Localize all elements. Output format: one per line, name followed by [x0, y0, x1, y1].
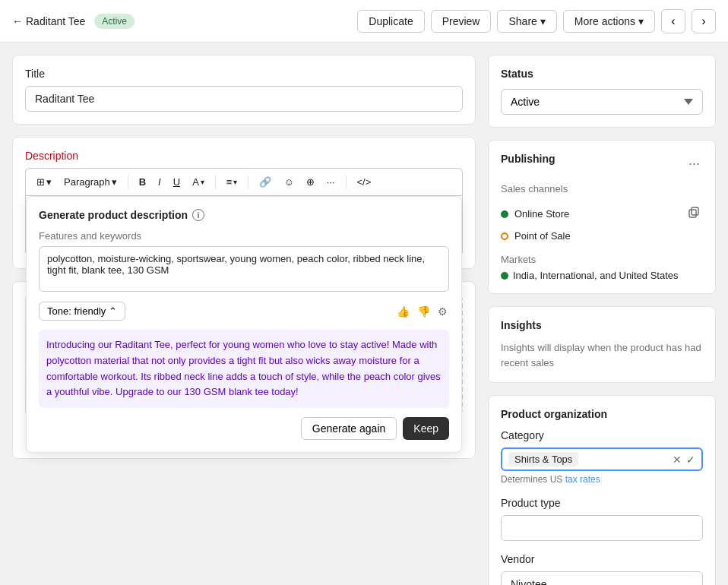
link-button[interactable]: 🔗 — [255, 173, 276, 191]
more-actions-label: More actions — [574, 15, 635, 27]
italic-button[interactable]: I — [154, 173, 166, 191]
share-button[interactable]: Share ▾ — [497, 10, 556, 33]
generate-popup: Generate product description i Features … — [26, 196, 462, 453]
markets-label: Markets — [501, 254, 703, 265]
back-button[interactable]: ← Raditant Tee — [12, 15, 85, 27]
tone-row: Tone: friendly ⌃ 👍 👎 ⚙ — [39, 302, 449, 321]
publishing-title: Publishing — [501, 153, 555, 165]
code-button[interactable]: </> — [353, 173, 376, 191]
status-badge: Active — [94, 14, 135, 29]
description-toolbar: ⊞ ▾ Paragraph ▾ B I U A▾ ≡▾ 🔗 ☺ ⊕ ··· — [25, 168, 463, 195]
keep-button[interactable]: Keep — [403, 417, 449, 440]
product-org-card: Product organization Category Shirts & T… — [488, 395, 716, 585]
page-title: Raditant Tee — [26, 15, 85, 27]
online-store-dot — [501, 210, 508, 218]
features-textarea[interactable]: polycotton, moisture-wicking, sportswear… — [39, 246, 449, 292]
markets-dot — [501, 272, 508, 280]
category-tag: Shirts & Tops — [508, 452, 578, 466]
insights-title: Insights — [501, 319, 703, 331]
text-color-button[interactable]: A▾ — [188, 173, 209, 191]
pos-label: Point of Sale — [514, 230, 571, 242]
confirm-category-button[interactable]: ✓ — [686, 454, 695, 466]
category-tag-value: Shirts & Tops — [514, 454, 572, 465]
description-label: Description — [25, 150, 463, 162]
channel-pos: Point of Sale — [501, 227, 703, 245]
thumbs-down-icon[interactable]: 👎 — [416, 304, 432, 319]
insights-description: Insights will display when the product h… — [501, 340, 703, 370]
tax-note: Determines US tax rates — [501, 474, 703, 485]
format-dropdown[interactable]: ⊞ ▾ — [32, 173, 56, 191]
features-label: Features and keywords — [39, 230, 449, 242]
prev-button[interactable]: ‹ — [661, 9, 685, 33]
share-label: Share — [508, 15, 537, 27]
paragraph-dropdown[interactable]: Paragraph ▾ — [59, 173, 122, 191]
title-input[interactable] — [25, 86, 463, 112]
markets-text: India, International, and United States — [513, 270, 679, 281]
info-icon[interactable]: i — [192, 209, 204, 221]
product-type-input[interactable] — [501, 515, 703, 541]
more-toolbar-button[interactable]: ··· — [322, 173, 340, 191]
chevron-down-icon: ▾ — [46, 176, 52, 188]
publishing-card: Publishing ··· Sales channels Online Sto… — [488, 140, 716, 294]
back-arrow-icon: ← — [12, 15, 23, 27]
publishing-more-button[interactable]: ··· — [685, 156, 703, 172]
generate-popup-title: Generate product description i — [39, 209, 449, 221]
publishing-title-row: Publishing ··· — [501, 153, 703, 174]
insights-card: Insights Insights will display when the … — [488, 306, 716, 383]
online-store-label: Online Store — [514, 208, 569, 220]
underline-button[interactable]: U — [169, 173, 185, 191]
paragraph-label: Paragraph — [64, 176, 110, 188]
sales-channels-label: Sales channels — [501, 183, 703, 194]
chevron-down-icon: ▾ — [540, 15, 546, 27]
title-label: Title — [25, 68, 463, 80]
product-type-label: Product type — [501, 497, 703, 509]
pos-dot — [501, 232, 508, 240]
alignment-button[interactable]: ≡▾ — [222, 173, 242, 191]
popup-actions: Generate again Keep — [39, 417, 449, 440]
vendor-label: Vendor — [501, 553, 703, 565]
top-bar: ← Raditant Tee Active Duplicate Preview … — [0, 0, 728, 43]
chevron-down-icon: ▾ — [201, 178, 204, 186]
right-column: Status Active Draft Publishing ··· Sales… — [488, 55, 716, 585]
attachment-button[interactable]: ⊕ — [302, 173, 319, 191]
category-input-row[interactable]: Shirts & Tops ✕ ✓ — [501, 447, 703, 471]
status-card: Status Active Draft — [488, 55, 716, 128]
tax-rates-link[interactable]: tax rates — [565, 474, 600, 485]
svg-rect-11 — [692, 207, 698, 215]
title-card: Title — [12, 55, 476, 125]
thumbs-up-icon[interactable]: 👍 — [395, 304, 411, 319]
description-card: Description ⊞ ▾ Paragraph ▾ B I U A▾ ≡▾ — [12, 137, 476, 269]
chevron-down-icon: ▾ — [638, 15, 644, 27]
emoji-button[interactable]: ☺ — [279, 173, 298, 191]
product-org-title: Product organization — [501, 408, 703, 420]
format-icon: ⊞ — [36, 176, 45, 188]
duplicate-button[interactable]: Duplicate — [357, 10, 424, 33]
channel-online-store: Online Store — [501, 201, 703, 227]
bold-button[interactable]: B — [135, 173, 150, 191]
status-select[interactable]: Active Draft — [501, 89, 703, 115]
top-bar-actions: Duplicate Preview Share ▾ More actions ▾… — [357, 9, 716, 33]
chevron-down-icon: ▾ — [233, 178, 237, 186]
tone-icons: 👍 👎 ⚙ — [395, 304, 449, 319]
markets-value: India, International, and United States — [501, 270, 703, 281]
more-actions-button[interactable]: More actions ▾ — [563, 10, 655, 33]
tone-dropdown[interactable]: Tone: friendly ⌃ — [39, 302, 125, 321]
generate-again-button[interactable]: Generate again — [301, 417, 397, 440]
preview-button[interactable]: Preview — [431, 10, 492, 33]
next-button[interactable]: › — [692, 9, 716, 33]
left-column: Title Description ⊞ ▾ Paragraph ▾ B I U — [12, 55, 476, 459]
generated-text: Introducing our Raditant Tee, perfect fo… — [39, 330, 449, 408]
description-area: Generate product description i Features … — [25, 195, 463, 256]
clear-category-button[interactable]: ✕ — [673, 454, 682, 466]
copy-link-button[interactable] — [685, 204, 703, 224]
status-title: Status — [501, 68, 703, 80]
main-layout: Title Description ⊞ ▾ Paragraph ▾ B I U — [0, 43, 728, 585]
category-label: Category — [501, 429, 703, 441]
settings-icon[interactable]: ⚙ — [436, 304, 449, 319]
chevron-down-icon: ▾ — [112, 176, 117, 188]
chevron-up-icon: ⌃ — [109, 305, 117, 317]
vendor-input[interactable] — [501, 571, 703, 585]
svg-rect-10 — [689, 210, 696, 217]
